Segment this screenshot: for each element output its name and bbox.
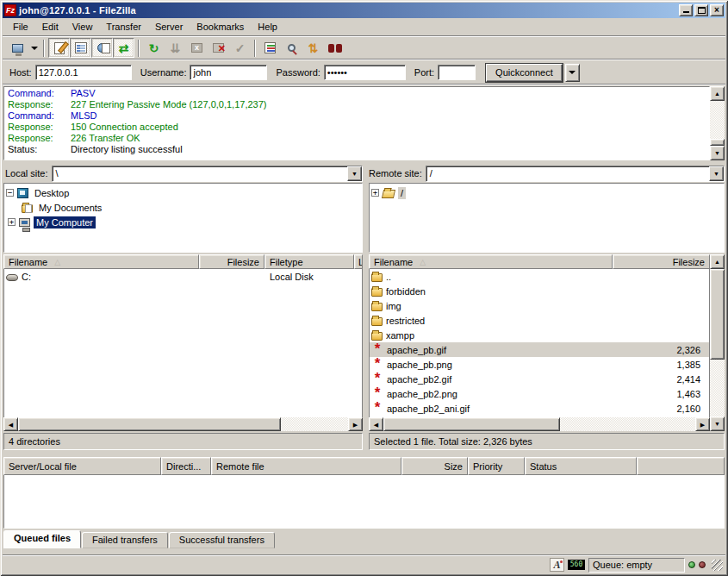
column-header-last-modified[interactable]: L <box>354 254 363 269</box>
chevron-down-icon[interactable]: ▼ <box>709 166 724 181</box>
find-files-button[interactable] <box>324 38 345 58</box>
column-header-filename[interactable]: Filename△ <box>369 254 613 269</box>
expand-icon[interactable] <box>371 189 379 197</box>
scroll-up-icon[interactable]: ▲ <box>710 254 725 269</box>
resize-grip[interactable] <box>712 560 723 571</box>
directory-comparison-button[interactable] <box>281 38 302 58</box>
minimize-button[interactable] <box>679 4 693 16</box>
tree-item-my-documents[interactable]: My Documents <box>6 200 360 215</box>
host-input[interactable] <box>35 65 132 80</box>
list-item[interactable]: *apache_pb2_ani.gif2,160 <box>370 401 709 416</box>
scrollbar-thumb[interactable] <box>710 269 725 360</box>
column-header-filesize[interactable]: Filesize <box>613 254 710 269</box>
list-item[interactable]: xampp <box>370 328 709 342</box>
site-manager-dropdown[interactable] <box>28 38 40 58</box>
transfer-queue-list[interactable] <box>3 475 725 529</box>
tab-failed-transfers[interactable]: Failed transfers <box>82 532 168 548</box>
synchronized-browsing-button[interactable]: ⇅ <box>302 38 324 58</box>
list-item-selected[interactable]: *apache_pb.gif2,326 <box>370 342 709 357</box>
scroll-right-icon[interactable]: ▶ <box>695 417 710 431</box>
list-item[interactable]: restricted <box>370 313 709 328</box>
tree-item-root[interactable]: / <box>371 185 722 200</box>
menu-file[interactable]: File <box>6 20 35 34</box>
menu-view[interactable]: View <box>65 20 100 34</box>
quickconnect-button[interactable]: Quickconnect <box>486 64 563 82</box>
column-header-filesize[interactable]: Filesize <box>199 254 264 269</box>
password-input[interactable] <box>324 65 406 80</box>
list-item[interactable]: img <box>370 298 709 313</box>
toggle-local-tree-button[interactable] <box>70 38 91 58</box>
toggle-message-log-button[interactable] <box>48 38 70 58</box>
column-header-filename[interactable]: Filename△ <box>3 254 199 269</box>
scroll-right-icon[interactable]: ▶ <box>348 417 363 431</box>
remote-file-list[interactable]: .. forbidden img restricted xampp *apach… <box>369 269 710 417</box>
local-directory-tree[interactable]: Desktop My Documents My Computer <box>3 183 363 253</box>
title-bar[interactable]: Fz john@127.0.0.1 - FileZilla × <box>3 3 725 18</box>
scrollbar-thumb[interactable] <box>710 139 725 146</box>
reconnect-button[interactable]: ✓ <box>229 38 251 58</box>
process-queue-button[interactable]: ⇊ <box>165 38 186 58</box>
remote-site-combobox[interactable]: / ▼ <box>426 166 725 182</box>
local-site-combobox[interactable]: \ ▼ <box>52 166 363 182</box>
local-status-text: 4 directories <box>3 433 363 450</box>
remote-vertical-scrollbar[interactable]: ▲ ▼ <box>710 254 725 431</box>
scroll-down-icon[interactable]: ▼ <box>710 416 725 431</box>
menu-help[interactable]: Help <box>251 20 284 34</box>
scroll-left-icon[interactable]: ◀ <box>369 417 383 431</box>
log-line: Command:PASV <box>8 88 706 99</box>
local-file-list[interactable]: C: Local Disk <box>3 269 363 417</box>
scroll-down-icon[interactable]: ▼ <box>710 146 725 160</box>
list-item[interactable]: *apache_pb2.gif2,414 <box>370 372 709 386</box>
column-header-size[interactable]: Size <box>401 457 468 475</box>
list-item[interactable]: .. <box>370 269 709 284</box>
site-manager-button[interactable] <box>7 38 28 58</box>
local-site-path[interactable]: \ <box>53 166 347 181</box>
list-item[interactable]: *apache_pb2.png1,463 <box>370 386 709 401</box>
remote-site-path[interactable]: / <box>426 166 709 181</box>
log-scrollbar[interactable]: ▲ ▼ <box>710 86 725 160</box>
collapse-icon[interactable] <box>6 189 14 197</box>
scrollbar-thumb[interactable] <box>18 417 281 431</box>
toggle-queue-button[interactable]: ⇄ <box>113 38 134 58</box>
list-item[interactable]: forbidden <box>370 284 709 298</box>
toggle-remote-tree-button[interactable] <box>91 38 113 58</box>
column-header-priority[interactable]: Priority <box>468 457 525 475</box>
tree-item-desktop[interactable]: Desktop <box>6 185 360 200</box>
port-input[interactable] <box>438 65 476 80</box>
filter-button[interactable] <box>259 38 281 58</box>
column-header-server-local-file[interactable]: Server/Local file <box>3 457 161 475</box>
scroll-left-icon[interactable]: ◀ <box>3 417 18 431</box>
column-header-direction[interactable]: Directi... <box>161 457 211 475</box>
tree-item-my-computer[interactable]: My Computer <box>6 215 360 229</box>
scroll-up-icon[interactable]: ▲ <box>710 86 725 101</box>
remote-directory-tree[interactable]: / <box>369 183 725 253</box>
message-log[interactable]: Command:PASV Response:227 Entering Passi… <box>3 86 710 160</box>
local-horizontal-scrollbar[interactable]: ◀ ▶ <box>3 417 363 431</box>
list-item[interactable]: C: Local Disk <box>4 269 362 284</box>
quickconnect-dropdown[interactable] <box>565 64 580 82</box>
menu-server[interactable]: Server <box>148 20 190 34</box>
ascii-transfer-indicator[interactable]: A <box>550 558 564 572</box>
scrollbar-thumb[interactable] <box>383 417 560 431</box>
expand-icon[interactable] <box>8 218 16 226</box>
close-button[interactable]: × <box>710 4 724 16</box>
maximize-button[interactable] <box>694 4 708 16</box>
disconnect-button[interactable] <box>208 38 229 58</box>
tab-queued-files[interactable]: Queued files <box>3 530 81 548</box>
indicator-badge-icon[interactable]: 560 <box>568 560 585 570</box>
refresh-button[interactable]: ↻ <box>143 38 165 58</box>
menu-bookmarks[interactable]: Bookmarks <box>190 20 251 34</box>
list-item[interactable]: *apache_pb.png1,385 <box>370 357 709 372</box>
tab-successful-transfers[interactable]: Successful transfers <box>169 532 275 548</box>
username-input[interactable] <box>190 65 267 80</box>
remote-horizontal-scrollbar[interactable]: ◀ ▶ <box>369 417 710 431</box>
cancel-operation-button[interactable]: x <box>186 38 208 58</box>
column-header-filetype[interactable]: Filetype <box>264 254 354 269</box>
menu-edit[interactable]: Edit <box>35 20 65 34</box>
menu-transfer[interactable]: Transfer <box>99 20 148 34</box>
filezilla-app-icon[interactable]: Fz <box>4 4 16 16</box>
chevron-down-icon[interactable]: ▼ <box>347 166 362 181</box>
window-title: john@127.0.0.1 - FileZilla <box>19 5 136 16</box>
column-header-status[interactable]: Status <box>525 457 637 475</box>
column-header-remote-file[interactable]: Remote file <box>211 457 401 475</box>
